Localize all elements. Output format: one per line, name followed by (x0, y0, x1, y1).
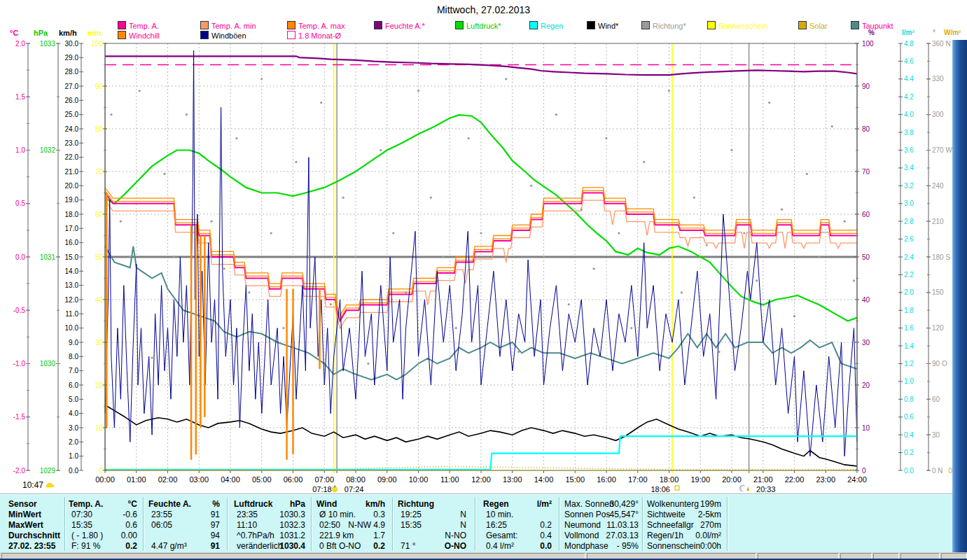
axis-label-pct: 80 (862, 125, 870, 133)
series-richtung-dot (223, 267, 225, 270)
table-value: 1.7 (331, 531, 385, 540)
series-richtung-dot (693, 197, 695, 199)
axis-label-kmh: 18.0 (65, 211, 79, 218)
x-axis-label: 22:00 (785, 475, 805, 484)
axis-label-c: 0.5 (15, 200, 25, 207)
series-richtung-dot (110, 113, 112, 115)
axis-label-lm2: 0.8 (904, 396, 914, 403)
table-column-divider (475, 497, 476, 551)
axis-label-lm2: 1.4 (904, 342, 914, 350)
axis-label-lm2: 3.2 (904, 182, 914, 190)
axis-label-kmh: 16.0 (65, 239, 79, 246)
series-richtung-dot (380, 149, 382, 151)
axis-label-kmh: 30.0 (65, 40, 79, 48)
x-axis-label: 03:00 (189, 475, 209, 484)
axis-label-c: -1.5 (13, 413, 26, 421)
axis-label-hpa: 1029 (40, 467, 56, 475)
axis-label-c: 1.5 (15, 93, 25, 101)
table-value: 0.2 (331, 541, 385, 551)
table-value: 97 (165, 520, 220, 530)
axis-label-min: 0 (99, 467, 103, 475)
axis-label-hpa: 1033 (40, 40, 56, 48)
axis-label-kmh: 23.0 (65, 139, 79, 147)
moonset-time-label: 07:24 (345, 485, 364, 493)
axis-label-lm2: 0.2 (904, 449, 914, 456)
axis-label-min: 50 (95, 253, 104, 261)
x-axis-label: 00:00 (95, 475, 115, 484)
series-richtung-dot (831, 125, 833, 127)
x-axis-label: 05:00 (252, 475, 272, 484)
series-richtung-dot (517, 351, 520, 353)
x-axis-label: 20:00 (722, 475, 742, 484)
table-row-label: Durchschnitt (8, 531, 60, 540)
series-richtung-dot (151, 356, 153, 358)
weather-chart: 2.01.51.00.50.0-0.5-1.0-1.5-2.0103310321… (0, 0, 967, 494)
table-value: 1031.2 (251, 531, 305, 540)
info-value: 2-5km (678, 510, 721, 519)
axis-label-lm2: 3.8 (904, 129, 914, 136)
x-axis-label: 17:00 (628, 475, 648, 484)
axis-label-lm2: 4.6 (904, 57, 914, 65)
series-richtung-dot (392, 232, 394, 234)
table-row-label: MinWert (8, 510, 41, 519)
axis-label-deg: 120 (932, 324, 944, 332)
x-axis-label: 13:00 (503, 475, 522, 484)
series-richtung-dot (530, 185, 532, 187)
axis-label-min: 60 (95, 211, 104, 218)
axis-label-lm2: 4.2 (904, 93, 914, 101)
table-col-unit: hPa (263, 499, 305, 509)
axis-label-lm2: 4.8 (904, 40, 914, 48)
axis-label-lm2: 0.0 (904, 467, 914, 475)
moonrise-time-label: 20:33 (756, 485, 776, 493)
table-row-label: MaxWert (8, 520, 43, 530)
table-col-unit: % (178, 499, 220, 509)
table-col-unit: l/m² (510, 499, 552, 509)
x-axis-label: 23:00 (816, 475, 835, 484)
axis-label-lm2: 2.8 (904, 218, 914, 225)
sunrise-arrow-icon (333, 485, 336, 488)
axis-label-kmh: 26.0 (65, 97, 79, 104)
series-richtung-dot (593, 267, 595, 270)
axis-label-pct: 10 (862, 424, 870, 432)
series-richtung-dot (260, 78, 263, 80)
axis-label-lm2: 0.6 (904, 413, 914, 421)
x-axis-label: 07:00 (314, 475, 334, 484)
axis-label-deg: 150 (932, 288, 944, 296)
axis-label-deg: 330 (932, 75, 944, 83)
series-richtung-dot (580, 209, 583, 211)
table-column-divider (727, 497, 728, 551)
table-column-divider (143, 497, 144, 551)
series-richtung-dot (743, 232, 745, 234)
axis-label-kmh: 14.0 (65, 267, 79, 275)
table-value: 1030.3 (251, 510, 305, 519)
axis-label-kmh: 27.0 (65, 83, 79, 90)
axis-label-lm2: 1.6 (904, 324, 914, 332)
axis-label-deg: 0 N (932, 467, 943, 475)
axis-label-lm2: 3.0 (904, 200, 914, 207)
axis-label-kmh: 24.0 (65, 125, 79, 133)
info-value: 11.03.13 (595, 520, 639, 530)
axis-label-lm2: 1.0 (904, 377, 914, 385)
axis-label-deg: 300 (932, 111, 944, 118)
series-richtung-dot (320, 102, 322, 104)
table-value: 1032.3 (251, 520, 305, 530)
x-axis-label: 21:00 (753, 475, 773, 484)
series-richtung-dot (819, 255, 821, 258)
x-axis-label: 01:00 (127, 475, 146, 484)
series-richtung-dot (211, 220, 213, 223)
x-axis-label: 08:00 (346, 475, 366, 484)
series-richtung-dot (505, 78, 507, 80)
table-value: 0.00 (83, 531, 137, 540)
axis-label-lm2: 4.4 (904, 75, 914, 83)
series-richtung-dot (330, 303, 332, 305)
series-richtung-dot (443, 255, 445, 258)
table-column-divider (311, 497, 312, 551)
axis-label-kmh: 0.0 (69, 467, 78, 475)
series-richtung-dot (163, 173, 165, 175)
axis-label-hpa: 1030 (40, 360, 56, 368)
series-richtung-dot (129, 255, 131, 258)
series-richtung-dot (618, 232, 620, 234)
series-richtung-dot (235, 137, 237, 139)
x-axis-label: 11:00 (440, 475, 459, 484)
axis-label-kmh: 3.0 (69, 424, 78, 432)
